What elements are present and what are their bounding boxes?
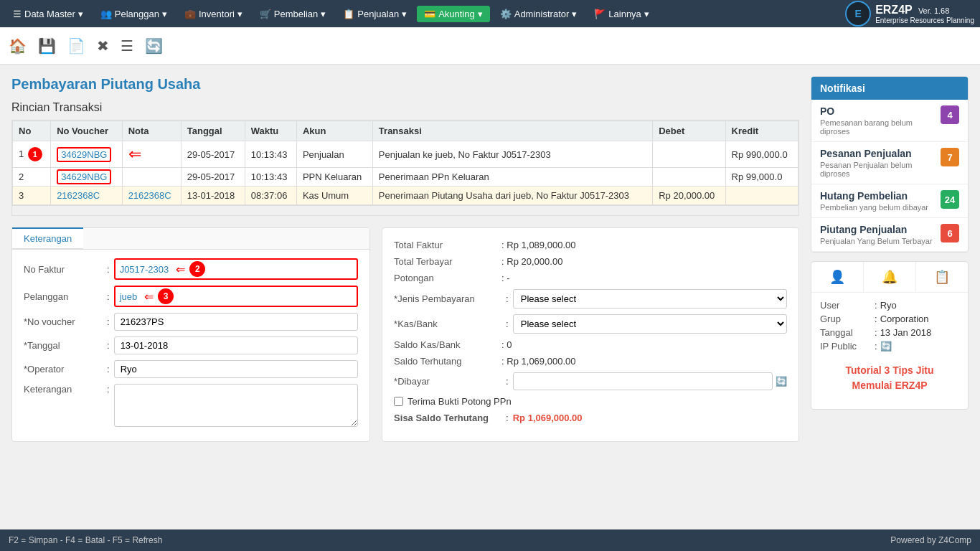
arrow-3: ⇐	[144, 290, 154, 303]
chevron-down-icon: ▾	[321, 9, 326, 19]
keterangan-input[interactable]	[114, 384, 358, 427]
cell-no: 2	[13, 168, 51, 187]
notification-item[interactable]: PO Pemesanan barang belum diproses 4	[811, 100, 968, 142]
notification-items: PO Pemesanan barang belum diproses 4 Pes…	[811, 100, 968, 252]
document-icon-button[interactable]: 📋	[916, 262, 968, 292]
dibayar-refresh-icon[interactable]: 🔄	[776, 376, 787, 387]
saldo-terhutang-row: Saldo Terhutang : Rp 1,069,000.00	[394, 356, 787, 367]
user-panel-icons: 👤 🔔 📋	[811, 262, 968, 293]
ip-refresh-icon[interactable]: 🔄	[880, 341, 892, 352]
inventori-icon: 💼	[184, 9, 196, 19]
penjualan-icon: 📋	[343, 9, 354, 19]
cell-tanggal: 29-05-2017	[181, 141, 245, 168]
nav-lainnya[interactable]: 🚩 Lainnya ▾	[587, 6, 656, 22]
cell-no: 1 1	[13, 141, 51, 168]
notification-item[interactable]: Piutang Penjualan Penjualan Yang Belum T…	[811, 218, 968, 252]
notification-item[interactable]: Hutang Pembelian Pembelian yang belum di…	[811, 184, 968, 218]
nav-data-master[interactable]: ☰ Data Master ▾	[6, 6, 90, 22]
col-voucher: No Voucher	[51, 121, 123, 141]
keterangan-tab[interactable]: Keterangan	[12, 227, 83, 249]
bottom-section: Keterangan No Faktur : J0517-2303 ⇐ 2	[11, 227, 799, 442]
cell-akun: Kas Umum	[296, 187, 372, 205]
total-terbayar-label: Total Terbayar	[394, 256, 501, 267]
voucher-highlight: 34629NBG	[57, 147, 111, 162]
cell-nota[interactable]: ⇐	[122, 141, 181, 168]
dibayar-input[interactable]	[513, 372, 773, 390]
cell-voucher[interactable]: 2162368C	[51, 187, 123, 205]
notif-subtitle: Pesanan Penjualan belum diproses	[820, 161, 941, 178]
cell-nota[interactable]	[122, 168, 181, 187]
document-button[interactable]: 📄	[67, 37, 85, 55]
cell-transaksi: Penerimaan Piutang Usaha dari jueb, No F…	[372, 187, 652, 205]
col-kredit: Kredit	[725, 121, 798, 141]
bell-icon-button[interactable]: 🔔	[864, 262, 916, 292]
no-voucher-input[interactable]	[114, 313, 358, 331]
saldo-terhutang-value: : Rp 1,069,000.00	[501, 356, 787, 367]
user-icon-button[interactable]: 👤	[811, 262, 864, 292]
nav-pembelian[interactable]: 🛒 Pembelian ▾	[253, 6, 333, 22]
nav-administrator[interactable]: ⚙️ Administrator ▾	[493, 6, 585, 22]
nota-link[interactable]: 2162368C	[128, 190, 171, 201]
voucher-link[interactable]: 34629NBG	[61, 149, 107, 160]
cell-kredit	[725, 187, 798, 205]
jenis-pembayaran-select[interactable]: Please select	[513, 289, 787, 309]
nav-inventori[interactable]: 💼 Inventori ▾	[177, 6, 250, 22]
cell-nota[interactable]: 2162368C	[122, 187, 181, 205]
nav-akunting[interactable]: 💳 Akunting ▾	[417, 6, 490, 22]
list-button[interactable]: ☰	[121, 37, 133, 55]
operator-row: *Operator :	[24, 360, 358, 378]
notif-badge: 4	[941, 105, 959, 124]
bell-icon: 🔔	[882, 269, 897, 285]
sisa-saldo-label: Sisa Saldo Terhutang	[394, 413, 501, 423]
chevron-down-icon: ▾	[402, 9, 407, 19]
potongan-label: Potongan	[394, 273, 501, 283]
cell-transaksi: Penerimaan PPn Keluaran	[372, 168, 652, 187]
tutorial-text[interactable]: Tutorial 3 Tips Jitu Memulai ERZ4P	[820, 354, 959, 402]
form-panel: Keterangan No Faktur : J0517-2303 ⇐ 2	[11, 227, 370, 442]
notification-item[interactable]: Pesanan Penjualan Pesanan Penjualan belu…	[811, 142, 968, 184]
brand-name: ERZ4P Ver. 1.68	[875, 4, 974, 17]
home-button[interactable]: 🏠	[9, 37, 27, 55]
sisa-saldo-row: Sisa Saldo Terhutang : Rp 1,069,000.00	[394, 413, 787, 423]
notif-title: Piutang Penjualan	[820, 224, 933, 235]
tanggal-input[interactable]	[114, 336, 358, 354]
table-scrollbar[interactable]	[11, 206, 799, 216]
tanggal-value: 13 Jan 2018	[880, 327, 932, 338]
nav-penjualan[interactable]: 📋 Penjualan ▾	[336, 6, 414, 22]
terima-bukti-checkbox[interactable]	[394, 397, 403, 406]
no-faktur-value[interactable]: J0517-2303	[120, 264, 169, 275]
kas-bank-select[interactable]: Please select	[513, 314, 787, 334]
close-button[interactable]: ✖	[97, 37, 109, 55]
potongan-value: : -	[501, 273, 787, 283]
lainnya-icon: 🚩	[594, 9, 606, 19]
cell-tanggal: 13-01-2018	[181, 187, 245, 205]
cell-waktu: 10:13:43	[245, 141, 296, 168]
cell-debet	[653, 141, 725, 168]
cell-voucher[interactable]: 34629NBG	[51, 168, 123, 187]
transaction-table-wrapper: No No Voucher Nota Tanggal Waktu Akun Tr…	[11, 120, 799, 206]
voucher-link[interactable]: 2162368C	[57, 190, 100, 201]
total-faktur-row: Total Faktur : Rp 1,089,000.00	[394, 240, 787, 250]
nav-pelanggan[interactable]: 👥 Pelanggan ▾	[93, 6, 174, 22]
no-faktur-label: No Faktur	[24, 264, 103, 275]
notif-title: Pesanan Penjualan	[820, 148, 941, 159]
sisa-saldo-value: Rp 1,069,000.00	[513, 413, 583, 423]
voucher-link[interactable]: 34629NBG	[61, 171, 107, 182]
cell-voucher[interactable]: 34629NBG	[51, 141, 123, 168]
dibayar-row: *Dibayar : 🔄	[394, 372, 787, 390]
annotation-1: 1	[28, 147, 42, 161]
user-panel: 👤 🔔 📋 User : Ryo Grup : Corpora	[811, 261, 969, 410]
save-button[interactable]: 💾	[38, 37, 56, 55]
transaction-table: No No Voucher Nota Tanggal Waktu Akun Tr…	[12, 121, 798, 205]
keterangan-row: Keterangan :	[24, 384, 358, 427]
refresh-button[interactable]: 🔄	[145, 37, 163, 55]
jenis-pembayaran-row: *Jenis Pembayaran : Please select	[394, 289, 787, 309]
pelanggan-value[interactable]: jueb	[120, 291, 138, 302]
menu-icon: ☰	[13, 9, 22, 19]
notif-badge: 7	[941, 148, 959, 166]
operator-input[interactable]	[114, 360, 358, 378]
akunting-icon: 💳	[424, 9, 435, 19]
user-info: User : Ryo Grup : Corporation Tanggal : …	[811, 293, 968, 409]
tanggal-label: *Tanggal	[24, 340, 103, 351]
chevron-down-icon: ▾	[78, 9, 83, 19]
